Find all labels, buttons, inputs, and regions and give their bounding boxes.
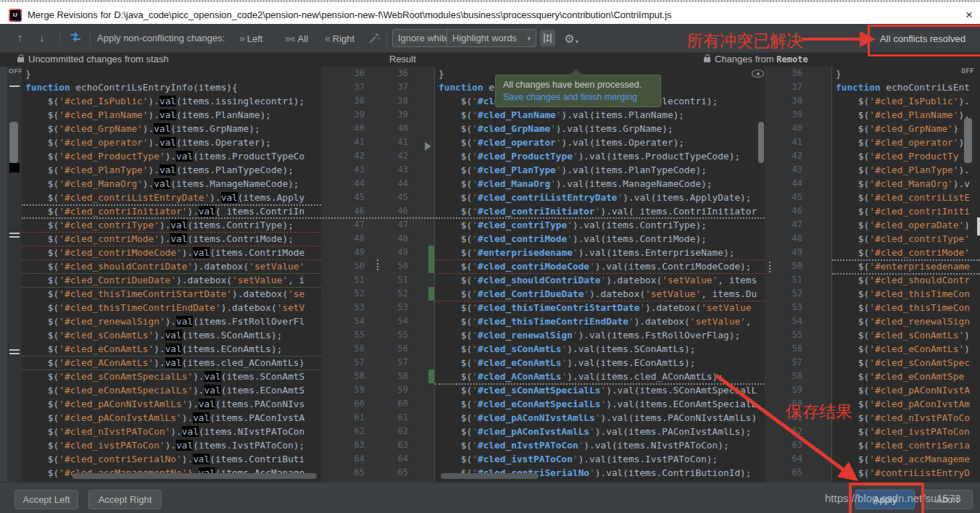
line-number: 47 <box>372 218 408 232</box>
line-number: 37 <box>328 80 365 94</box>
diff-change-marker <box>9 233 20 234</box>
annotation-conflicts-resolved-note: 所有冲突已解决 <box>686 30 803 52</box>
line-number: 43 <box>766 163 802 177</box>
accept-right-button[interactable]: Accept Right <box>88 490 162 509</box>
line-number: 42 <box>328 149 365 163</box>
left-editor-gutter: OFF <box>7 67 22 482</box>
code-line: $('#cled_sConAmtSpecialLs').val(items.SC… <box>439 383 765 397</box>
code-line: $('#cled_eConAmtLs').val(items.EConAmtLs… <box>25 342 321 356</box>
diff-change-marker <box>9 86 20 87</box>
code-line: $('#cled_GrpName') <box>836 122 980 135</box>
highlight-words-dropdown[interactable]: Highlight words ▾ <box>447 29 536 47</box>
line-number: 38 <box>372 94 408 108</box>
line-number: 65 <box>766 466 802 480</box>
line-number: 54 <box>766 314 802 328</box>
line-number: 45 <box>328 191 365 204</box>
scrollbar-position-marker <box>9 163 20 172</box>
code-line: $('#cled_operaDate') <box>836 218 980 232</box>
apply-all-button[interactable]: »«All <box>285 33 308 44</box>
code-line: $('#cled_thisTimeCon <box>836 301 980 314</box>
code-line: $('#cled_GrpName').val(items.GrpName); <box>25 122 321 135</box>
line-number: 53 <box>766 301 802 314</box>
line-number: 47 <box>766 218 802 232</box>
highlight-words-label: Highlight words <box>452 33 517 43</box>
line-number: 39 <box>372 108 408 122</box>
line-number: 50 <box>766 259 802 273</box>
code-line: $('#cled_ProductType').val(items.Product… <box>439 149 765 163</box>
tooltip-arrow <box>570 69 583 75</box>
magic-wand-icon[interactable] <box>368 32 381 46</box>
line-number: 43 <box>328 163 365 177</box>
right-editor-vertical-scrollbar[interactable] <box>964 118 972 163</box>
resolved-fold-marker <box>377 259 378 270</box>
line-number: 57 <box>328 356 365 370</box>
line-number: 41 <box>328 135 365 149</box>
line-number: 62 <box>766 425 802 438</box>
code-line: $('#cled_thisTimeContriEndDate').datebox… <box>439 314 765 328</box>
settings-gear-icon[interactable]: ⚙▾ <box>562 30 581 46</box>
compare-columns-icon[interactable] <box>540 30 555 46</box>
accept-left-button[interactable]: Accept Left <box>14 490 78 509</box>
line-number: 48 <box>328 232 365 246</box>
line-number: 52 <box>328 287 365 301</box>
code-line: $('#cled_contriType').val(items.ContriTy… <box>439 218 765 232</box>
apply-left-button[interactable]: »Left <box>239 33 262 44</box>
line-number: 36 <box>766 67 802 80</box>
window-scrollbar-marker <box>977 217 980 235</box>
diff-change-marker <box>9 349 20 351</box>
left-editor-vertical-scrollbar[interactable] <box>9 122 18 163</box>
eye-icon[interactable] <box>752 70 764 78</box>
code-line: $('#cled_contriIniti <box>836 204 980 218</box>
toolbar-divider <box>90 30 91 46</box>
line-number: 55 <box>372 328 408 342</box>
code-line: function echoContriLsEnt <box>836 80 980 94</box>
window-title: Merge Revisions for D:\java_code\picc_op… <box>28 9 672 20</box>
line-number: 42 <box>766 149 802 163</box>
title-bar: IJ Merge Revisions for D:\java_code\picc… <box>0 2 980 25</box>
line-number: 46 <box>328 204 365 218</box>
code-line: $('#cled_ContriDueDate').datebox('setVal… <box>439 287 765 301</box>
code-line: $('#cled_IsPublic'). <box>836 94 980 108</box>
line-number: 63 <box>328 438 365 452</box>
line-number: 37 <box>766 80 802 94</box>
apply-all-nonconflicting-icon[interactable] <box>67 30 83 48</box>
result-editor-horizontal-scrollbar[interactable] <box>441 473 539 479</box>
intellij-logo-icon: IJ <box>9 9 22 22</box>
next-difference-icon[interactable]: ↓ <box>39 31 45 43</box>
code-line: $('#cled_renewalSign <box>836 314 980 328</box>
line-number: 40 <box>328 122 365 135</box>
change-marker-green <box>428 370 434 383</box>
code-line: $('#cled_IsPublic').val(items.issingleco… <box>25 94 321 108</box>
merge-finished-tooltip: All changes have been processed. Save ch… <box>495 75 661 107</box>
apply-nonconflicting-label: Apply non-conflicting changes: <box>97 33 225 43</box>
line-number: 58 <box>328 370 365 383</box>
chevron-down-icon: ▾ <box>527 35 531 42</box>
code-line: $('#cled_AConAmtLs').val(items.cled_ACon… <box>25 356 321 370</box>
diff-change-marker <box>9 236 20 238</box>
left-editor-horizontal-scrollbar[interactable] <box>72 473 317 479</box>
line-number: 62 <box>328 425 365 438</box>
line-number: 53 <box>328 301 365 314</box>
left-panel-header: Uncommitted changes from stash <box>28 54 169 64</box>
code-line: $('#cled_pAConNIvstA <box>836 383 980 397</box>
line-number: 65 <box>328 466 365 480</box>
previous-difference-icon[interactable]: ↑ <box>17 31 23 43</box>
close-icon[interactable]: × <box>961 7 977 23</box>
result-editor-vertical-scrollbar[interactable] <box>758 122 764 163</box>
line-number: 58 <box>766 370 802 383</box>
line-number: 40 <box>372 122 408 135</box>
code-line: $('#cled_eConAmtLs') <box>836 342 980 356</box>
line-number: 45 <box>372 191 408 204</box>
toolbar-divider <box>386 30 387 46</box>
line-number: 40 <box>766 122 802 135</box>
apply-right-button[interactable]: «Right <box>325 33 354 44</box>
right-pane-editor: OFF }function echoContriLsEnt $('#cled_I… <box>832 67 980 482</box>
code-line: $('#cled_ivstPAToCon').val(items.IvstPAT… <box>25 438 321 452</box>
code-line: $('#cled_contriSerialNo').val(items.Cont… <box>25 452 321 466</box>
code-line: $('#cled_contriModeCode').val(items.Cont… <box>25 246 321 259</box>
line-number: 62 <box>372 425 408 438</box>
all-conflicts-resolved-status: All conflicts resolved <box>868 25 978 52</box>
save-and-finish-link[interactable]: Save changes and finish merging <box>503 91 653 104</box>
result-panel-header: Result <box>389 54 416 64</box>
code-line: $('#cled_ManaOrg').val(items.ManageNameC… <box>439 177 765 191</box>
